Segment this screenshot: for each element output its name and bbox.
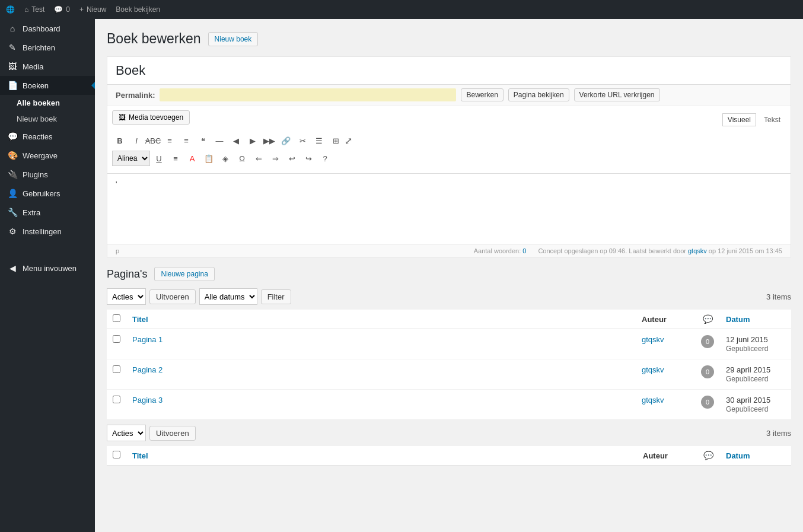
align-left-button[interactable]: ◀ bbox=[228, 133, 244, 148]
redo-button[interactable]: ↪ bbox=[301, 151, 316, 166]
blockquote-button[interactable]: ❝ bbox=[195, 133, 211, 148]
ul-button[interactable]: ≡ bbox=[162, 133, 177, 148]
row-title-link[interactable]: Pagina 3 bbox=[132, 396, 162, 404]
underline-button[interactable]: U bbox=[151, 151, 167, 166]
link-button[interactable]: 🔗 bbox=[278, 133, 294, 148]
expand-button[interactable]: ⤢ bbox=[345, 135, 352, 146]
row-checkbox[interactable] bbox=[113, 335, 120, 343]
col-footer-date[interactable]: Datum bbox=[720, 446, 791, 466]
indent-out-button[interactable]: ⇐ bbox=[251, 151, 266, 166]
new-item-link[interactable]: + Nieuw bbox=[79, 5, 106, 14]
actions-select-top[interactable]: Acties bbox=[107, 288, 146, 305]
sidebar-item-dashboard[interactable]: ⌂ Dashboard bbox=[0, 19, 95, 38]
editor-content[interactable]: ' bbox=[107, 174, 791, 245]
align-right-button[interactable]: ▶▶ bbox=[262, 133, 277, 148]
table-button[interactable]: ⊞ bbox=[328, 133, 343, 148]
table-controls-bottom: Acties Uitvoeren 3 items bbox=[107, 425, 791, 441]
align-center-button[interactable]: ▶ bbox=[245, 133, 260, 148]
tab-tekst[interactable]: Tekst bbox=[759, 113, 786, 126]
date-sort-link-bottom[interactable]: Datum bbox=[726, 451, 750, 460]
wp-logo[interactable]: 🌐 bbox=[6, 5, 15, 14]
row-checkbox[interactable] bbox=[113, 396, 120, 403]
permalink-short-button[interactable]: Verkorte URL verkrijgen bbox=[574, 88, 660, 101]
sidebar-item-extra[interactable]: 🔧 Extra bbox=[0, 203, 95, 222]
sidebar: ⌂ Dashboard ✎ Berichten 🖼 Media 📄 Boeken… bbox=[0, 19, 95, 532]
boeken-icon: 📄 bbox=[7, 81, 18, 90]
sidebar-item-berichten[interactable]: ✎ Berichten bbox=[0, 38, 95, 57]
hr-button[interactable]: — bbox=[212, 133, 227, 148]
color-button[interactable]: A bbox=[184, 151, 200, 166]
undo-button[interactable]: ↩ bbox=[284, 151, 299, 166]
autosave-author-link[interactable]: gtqskv bbox=[688, 247, 707, 254]
row-title-link[interactable]: Pagina 1 bbox=[132, 335, 162, 344]
editor-toolbar-area: 🖼 Media toevoegen Visueel Tekst B I ABC … bbox=[107, 106, 791, 174]
italic-button[interactable]: I bbox=[129, 133, 144, 148]
permalink-view-button[interactable]: Pagina bekijken bbox=[508, 88, 569, 101]
date-sort-link[interactable]: Datum bbox=[726, 315, 750, 324]
row-author-cell: gtqskv bbox=[636, 329, 695, 359]
sidebar-item-reacties[interactable]: 💬 Reacties bbox=[0, 127, 95, 146]
berichten-icon: ✎ bbox=[7, 43, 18, 52]
col-footer-title[interactable]: Titel bbox=[126, 446, 637, 466]
indent-in-button[interactable]: ⇒ bbox=[267, 151, 283, 166]
bold-button[interactable]: B bbox=[112, 133, 128, 148]
execute-button-bottom[interactable]: Uitvoeren bbox=[149, 426, 196, 441]
media-icon-btn: 🖼 bbox=[119, 113, 126, 122]
col-footer-check bbox=[107, 446, 126, 466]
media-button[interactable]: 🖼 Media toevoegen bbox=[112, 110, 190, 125]
sidebar-item-menu-invouwen[interactable]: ◀ Menu invouwen bbox=[0, 259, 95, 278]
table-row: Pagina 2 gtqskv 0 29 april 2015 Gepublic… bbox=[107, 359, 791, 390]
select-all-checkbox-top[interactable] bbox=[113, 314, 120, 322]
permalink-edit-button[interactable]: Bewerken bbox=[461, 88, 503, 101]
row-author-link[interactable]: gtqskv bbox=[642, 396, 664, 404]
sidebar-item-media[interactable]: 🖼 Media bbox=[0, 57, 95, 76]
post-title-input[interactable] bbox=[107, 57, 791, 85]
sidebar-sub-alle-boeken[interactable]: Alle boeken bbox=[0, 95, 95, 111]
comment-badge: 0 bbox=[701, 396, 714, 409]
sidebar-item-boeken[interactable]: 📄 Boeken bbox=[0, 76, 95, 95]
row-author-link[interactable]: gtqskv bbox=[642, 365, 664, 374]
editor-footer-left: p bbox=[116, 247, 119, 254]
row-title-cell: Pagina 3 bbox=[126, 390, 636, 420]
tab-visueel[interactable]: Visueel bbox=[722, 113, 756, 126]
pages-section: Pagina's Nieuwe pagina Acties Uitvoeren … bbox=[107, 267, 791, 466]
row-author-link[interactable]: gtqskv bbox=[642, 335, 664, 344]
select-all-checkbox-bottom[interactable] bbox=[113, 451, 120, 458]
row-checkbox[interactable] bbox=[113, 365, 120, 373]
sidebar-sub-nieuw-boek[interactable]: Nieuw boek bbox=[0, 111, 95, 127]
comments-link[interactable]: 💬 0 bbox=[54, 5, 70, 14]
justify-button[interactable]: ≡ bbox=[168, 151, 183, 166]
paste-button[interactable]: 📋 bbox=[201, 151, 216, 166]
dates-select[interactable]: Alle datums bbox=[199, 288, 257, 305]
sidebar-item-plugins[interactable]: 🔌 Plugins bbox=[0, 165, 95, 184]
row-date: 30 april 2015 bbox=[726, 396, 770, 404]
new-book-button[interactable]: Nieuw boek bbox=[208, 32, 259, 46]
list-button[interactable]: ☰ bbox=[311, 133, 327, 148]
plus-icon: + bbox=[79, 5, 84, 14]
col-header-title[interactable]: Titel bbox=[126, 310, 636, 329]
permalink-label: Permalink: bbox=[116, 91, 155, 100]
view-book-link[interactable]: Boek bekijken bbox=[116, 5, 160, 14]
help-button[interactable]: ? bbox=[317, 151, 333, 166]
filter-button[interactable]: Filter bbox=[261, 289, 291, 304]
ol-button[interactable]: ≡ bbox=[179, 133, 194, 148]
execute-button-top[interactable]: Uitvoeren bbox=[149, 289, 196, 304]
clear-button[interactable]: ◈ bbox=[218, 151, 233, 166]
strikethrough-button[interactable]: ABC bbox=[145, 133, 161, 148]
sidebar-item-weergave[interactable]: 🎨 Weergave bbox=[0, 146, 95, 165]
row-comments-cell: 0 bbox=[695, 390, 720, 420]
format-select[interactable]: Alinea bbox=[112, 151, 150, 166]
new-page-button[interactable]: Nieuwe pagina bbox=[154, 267, 214, 281]
col-header-date[interactable]: Datum bbox=[720, 310, 791, 329]
unlink-button[interactable]: ✂ bbox=[295, 133, 310, 148]
sidebar-item-gebruikers[interactable]: 👤 Gebruikers bbox=[0, 184, 95, 203]
special-char-button[interactable]: Ω bbox=[234, 151, 250, 166]
sidebar-item-instellingen[interactable]: ⚙ Instellingen bbox=[0, 222, 95, 241]
title-sort-link-bottom[interactable]: Titel bbox=[132, 451, 148, 460]
weergave-icon: 🎨 bbox=[7, 151, 18, 160]
row-title-link[interactable]: Pagina 2 bbox=[132, 365, 162, 374]
actions-select-bottom[interactable]: Acties bbox=[107, 425, 146, 441]
title-sort-link[interactable]: Titel bbox=[132, 315, 148, 324]
site-name[interactable]: ⌂ Test bbox=[24, 5, 44, 14]
row-checkbox-cell bbox=[107, 390, 126, 420]
